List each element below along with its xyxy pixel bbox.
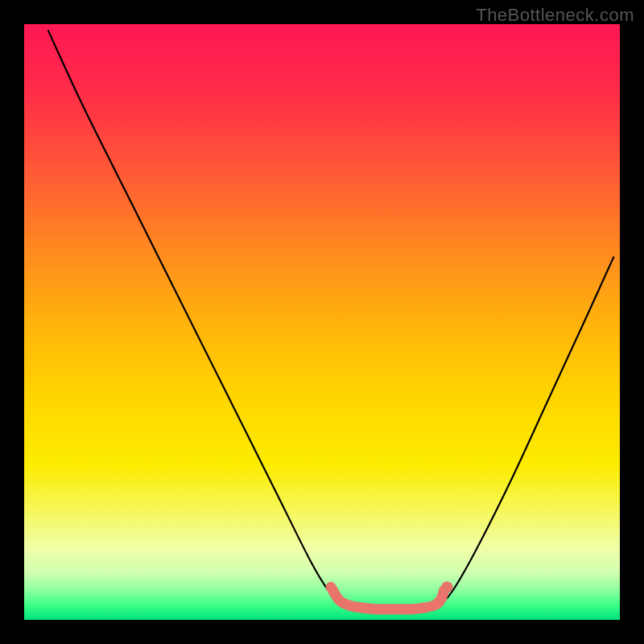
optimal-marker <box>441 581 452 592</box>
chart-background <box>24 24 620 620</box>
bottleneck-chart <box>24 24 620 620</box>
chart-svg <box>24 24 620 620</box>
watermark-text: TheBottleneck.com <box>476 5 634 26</box>
